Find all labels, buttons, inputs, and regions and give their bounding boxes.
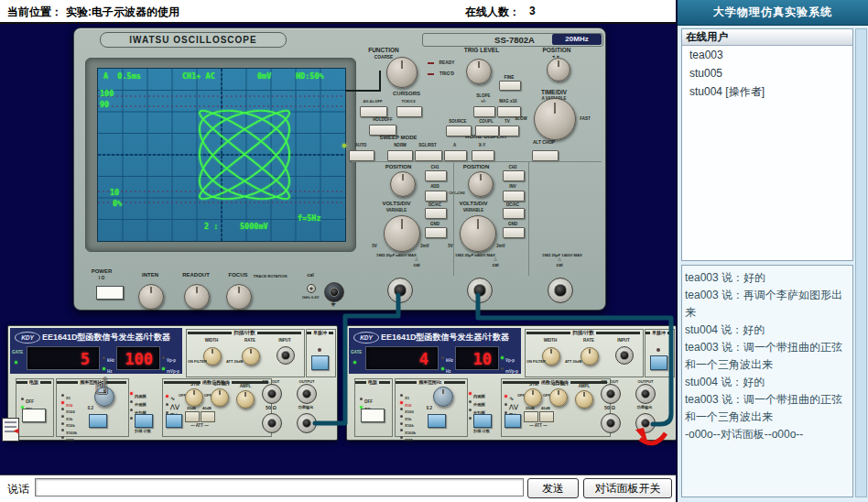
counter-input-bnc[interactable] xyxy=(277,346,295,365)
tv-label: TV xyxy=(495,119,519,124)
inten-knob[interactable] xyxy=(138,284,164,310)
auto-button[interactable] xyxy=(349,150,374,161)
slope-sign-label: +/- xyxy=(472,99,495,104)
att-40db-button[interactable] xyxy=(539,411,554,422)
panel-divider-h xyxy=(352,161,602,162)
ch1-input-bnc[interactable] xyxy=(387,278,413,303)
ext-input-bnc[interactable] xyxy=(548,278,573,303)
pulse-button[interactable] xyxy=(311,355,329,370)
position-top-knob[interactable] xyxy=(547,58,570,82)
power-button[interactable] xyxy=(361,409,385,422)
tv-button[interactable] xyxy=(499,126,519,136)
ch1-button[interactable] xyxy=(425,170,447,181)
norm-button[interactable] xyxy=(387,150,413,161)
focus-knob[interactable] xyxy=(226,284,252,310)
output-bnc[interactable] xyxy=(297,384,317,404)
ch2-button[interactable] xyxy=(503,170,525,181)
att-20db-button[interactable] xyxy=(185,411,200,422)
ch1-voltsdiv-knob[interactable] xyxy=(384,215,420,252)
on-filter-label: ON FILTER xyxy=(526,360,547,365)
power-out-bnc[interactable] xyxy=(635,413,656,433)
readout-knob[interactable] xyxy=(184,284,210,310)
ext-warn-icon: △ xyxy=(554,256,565,261)
cal-bnc[interactable] xyxy=(324,282,344,302)
source-button[interactable] xyxy=(446,126,472,136)
mag-button[interactable] xyxy=(497,106,521,117)
freq-dial-knob[interactable] xyxy=(433,387,453,407)
cal-mini-bnc[interactable] xyxy=(307,284,316,293)
ch1-dcac-button[interactable] xyxy=(425,208,447,219)
panel-toggle-button[interactable]: 对话面板开关 xyxy=(583,478,672,498)
att-40db-button[interactable] xyxy=(201,411,215,422)
sgl-rst-button[interactable] xyxy=(415,150,442,161)
holdoff-button[interactable] xyxy=(369,125,396,136)
waveform-button[interactable] xyxy=(505,414,521,428)
att-20db-button[interactable] xyxy=(524,411,538,422)
trig-level-knob[interactable] xyxy=(466,59,492,84)
function-out-bnc[interactable] xyxy=(262,413,282,433)
ch2-position-knob[interactable] xyxy=(468,171,494,197)
ch1-gnd-button[interactable] xyxy=(425,227,447,238)
coupl-button[interactable] xyxy=(475,126,499,136)
send-button[interactable]: 发送 xyxy=(527,478,579,498)
add-button[interactable] xyxy=(425,191,447,202)
freq-unit-khz-led xyxy=(441,356,444,359)
single-pulse-header-text: 单脉冲 xyxy=(650,330,667,335)
power-button[interactable] xyxy=(22,409,46,422)
panel-divider-v2 xyxy=(528,162,529,276)
sweep-count-header-text: 扫描/计数 xyxy=(570,330,596,336)
ttl-out-bnc[interactable] xyxy=(262,384,282,404)
amp-unit-mvpp-text: mVp-p xyxy=(167,369,179,374)
sym-knob[interactable] xyxy=(185,388,203,407)
ch2-input-bnc[interactable] xyxy=(467,278,493,303)
cursors-label: CURSORS xyxy=(382,91,431,97)
alt-chop-button[interactable] xyxy=(532,150,559,161)
ch2-dcac-button[interactable] xyxy=(503,208,525,219)
online-user-list: tea003stu005stu004 [操作者] xyxy=(682,46,852,101)
tck-c2-button[interactable] xyxy=(396,106,422,117)
power-button[interactable] xyxy=(96,286,124,300)
bandwidth-badge: 20MHz xyxy=(552,34,602,45)
readout-frequency: f=5Hz xyxy=(298,213,321,223)
range-button[interactable] xyxy=(89,414,107,428)
waveform-button[interactable] xyxy=(166,414,182,428)
chat-input[interactable] xyxy=(35,478,524,497)
pulse-button[interactable] xyxy=(650,355,667,370)
panel-shortcut-icon[interactable]: ◄ xyxy=(2,418,19,442)
power-out-bnc[interactable] xyxy=(297,413,317,433)
mode-button[interactable] xyxy=(473,414,492,428)
sweep-rate-knob[interactable] xyxy=(580,347,599,366)
sym-knob[interactable] xyxy=(524,388,542,407)
dv-dt-off-button[interactable] xyxy=(360,106,387,117)
amp-unit-vpp-led xyxy=(501,356,504,359)
fine-button[interactable] xyxy=(499,81,521,91)
function-knob[interactable] xyxy=(386,57,418,88)
inv-button[interactable] xyxy=(503,191,525,202)
on-filter-label: ON FILTER xyxy=(188,360,208,365)
offset-knob[interactable] xyxy=(211,388,229,407)
ch2-gnd-button[interactable] xyxy=(503,227,525,238)
ttl-out-bnc[interactable] xyxy=(601,384,621,404)
slope-button[interactable] xyxy=(473,106,495,117)
counter-input-bnc[interactable] xyxy=(615,346,634,365)
generator-logo: KDY xyxy=(353,332,379,344)
ready-led xyxy=(428,62,434,64)
timediv-knob[interactable] xyxy=(534,98,576,140)
ampl-label: AMPL xyxy=(574,384,594,388)
a-button[interactable] xyxy=(444,150,467,161)
ampl-knob[interactable] xyxy=(236,390,255,409)
ch1-position-knob[interactable] xyxy=(390,171,416,197)
ch2-voltsdiv-knob[interactable] xyxy=(460,215,496,252)
output-bnc[interactable] xyxy=(635,384,656,404)
xy-button[interactable] xyxy=(472,150,494,161)
function-out-bnc[interactable] xyxy=(601,413,621,433)
single-pulse-section xyxy=(645,329,675,377)
panel-scrollbar[interactable] xyxy=(855,28,867,497)
ampl-knob[interactable] xyxy=(575,390,593,409)
online-users-header: 在线用户 xyxy=(682,29,852,46)
counter-input-bnc-center xyxy=(620,351,628,359)
mode-button[interactable] xyxy=(135,414,153,428)
range-button[interactable] xyxy=(428,414,446,428)
offset-knob[interactable] xyxy=(549,388,568,407)
sweep-rate-knob[interactable] xyxy=(242,347,260,366)
